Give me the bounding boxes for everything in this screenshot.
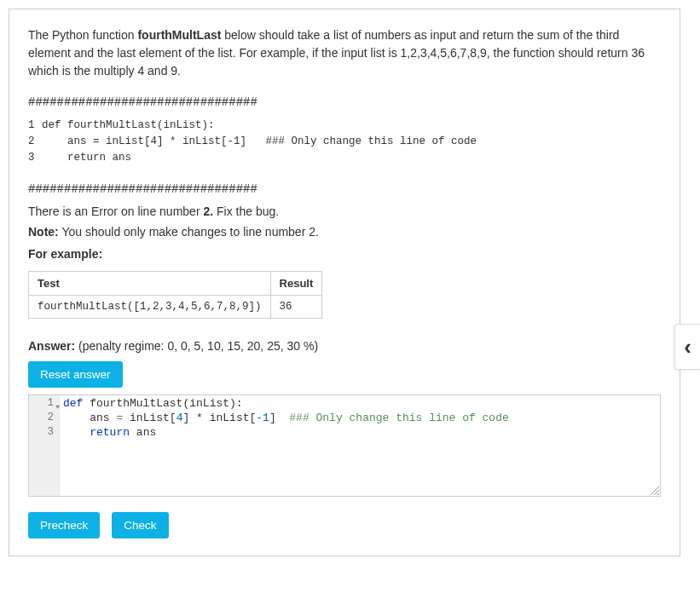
ref-line-1: def fourthMultLast(inList): xyxy=(42,119,215,131)
example-table: Test Result fourthMultLast([1,2,3,4,5,6,… xyxy=(28,271,322,319)
line2-c: ] * inList[ xyxy=(182,412,256,424)
divider-bottom: ################################ xyxy=(28,182,661,196)
question-container: The Python function fourthMultLast below… xyxy=(9,9,680,556)
error-instruction: There is an Error on line number 2. Fix … xyxy=(28,204,661,218)
question-description: The Python function fourthMultLast below… xyxy=(28,26,661,80)
action-buttons: Precheck Check xyxy=(28,512,661,538)
editor-gutter: 1▼ 2 3 xyxy=(29,395,60,496)
num-neg1: -1 xyxy=(256,412,269,424)
svg-line-2 xyxy=(657,493,659,495)
line2-b: inList[ xyxy=(123,412,176,424)
answer-label: Answer: xyxy=(28,339,75,353)
err-prefix: There is an Error on line number xyxy=(28,204,203,218)
err-suffix: Fix the bug. xyxy=(213,204,279,218)
comment: ### Only change this line of code xyxy=(289,412,508,424)
note-line: Note: You should only make changes to li… xyxy=(28,225,661,239)
note-text: You should only make changes to line num… xyxy=(59,225,319,239)
ref-line-3: return ans xyxy=(42,152,131,164)
kw-return: return xyxy=(90,426,130,439)
line3-rest: ans xyxy=(130,426,156,439)
check-button[interactable]: Check xyxy=(112,512,168,538)
note-label: Note: xyxy=(28,225,59,239)
table-row: fourthMultLast([1,2,3,4,5,6,7,8,9]) 36 xyxy=(29,296,322,319)
table-test-cell: fourthMultLast([1,2,3,4,5,6,7,8,9]) xyxy=(29,296,271,319)
desc-funcname: fourthMultLast xyxy=(137,28,221,42)
answer-label-row: Answer: (penalty regime: 0, 0, 5, 10, 15… xyxy=(28,339,661,353)
ref-line-2: ans = inList[4] * inList[-1] ### Only ch… xyxy=(42,135,477,147)
divider-top: ################################ xyxy=(28,95,661,109)
table-header-test: Test xyxy=(29,272,271,296)
for-example-label: For example: xyxy=(28,247,661,261)
reset-answer-button[interactable]: Reset answer xyxy=(28,361,123,388)
precheck-button[interactable]: Precheck xyxy=(28,512,100,538)
reference-code: 1def fourthMultLast(inList): 2 ans = inL… xyxy=(28,118,661,165)
line3-indent xyxy=(63,426,90,439)
table-result-cell: 36 xyxy=(270,296,322,319)
table-header-result: Result xyxy=(270,272,322,296)
desc-prefix: The Python function xyxy=(28,28,137,42)
penalty-regime: (penalty regime: 0, 0, 5, 10, 15, 20, 25… xyxy=(75,339,318,353)
resize-handle[interactable] xyxy=(648,484,660,496)
code-editor[interactable]: 1▼ 2 3 def fourthMultLast(inList): ans =… xyxy=(28,394,661,497)
line1-rest: fourthMultLast(inList): xyxy=(83,397,242,410)
chevron-left-icon: ‹ xyxy=(684,336,691,358)
line2-d: ] xyxy=(269,412,289,424)
drawer-toggle[interactable]: ‹ xyxy=(674,324,700,370)
editor-content[interactable]: def fourthMultLast(inList): ans = inList… xyxy=(60,395,660,496)
line2-a: ans xyxy=(63,412,116,424)
err-line-num: 2. xyxy=(203,204,213,218)
kw-def: def xyxy=(63,397,83,410)
